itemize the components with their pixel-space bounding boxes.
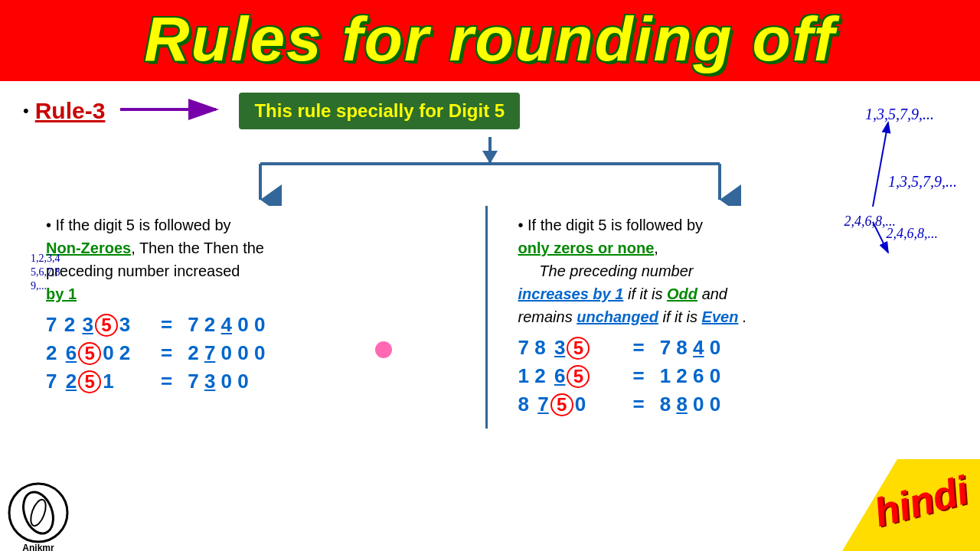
right-highlight4: unchanged	[577, 308, 658, 325]
math-example-2-right: 1 2 6 5 = 1 2 6 0	[518, 364, 942, 388]
two-columns: 1,2,3,45,6,7,89,... • If the digit 5 is …	[23, 206, 957, 429]
digit-red-circle-2: 5	[78, 342, 101, 365]
arrow-right-icon	[120, 98, 227, 124]
math-num-1-right: 7 8 3 5	[518, 336, 618, 360]
digit-red-circle-r2: 5	[567, 365, 590, 388]
math-example-2-left: 2 6 5 0 2 = 2 7 0 0 0	[46, 341, 470, 365]
left-line3: Then the	[200, 240, 264, 256]
main-content: • Rule-3 This rule specially for Digit 5…	[0, 81, 980, 436]
math-num-3-left: 7 2 5 1	[46, 370, 145, 393]
left-rule-text: • If the digit 5 is followed by Non-Zero…	[46, 214, 470, 305]
math-num-1-left: 7 2 3 5 3	[46, 313, 145, 337]
hindi-label: hindi	[869, 467, 972, 536]
right-highlight3: Odd	[667, 285, 697, 302]
math-example-3-right: 8 7 5 0 = 8 8 0 0	[518, 393, 942, 416]
digit-red-circle-1: 5	[95, 314, 118, 337]
right-highlight1: only zeros or none	[518, 240, 655, 256]
right-highlight5: Even	[702, 308, 739, 325]
hindi-badge: hindi	[842, 459, 980, 551]
left-line4: preceding number increased	[46, 262, 240, 279]
bullet: •	[23, 101, 29, 121]
left-line2: , Then the	[131, 240, 200, 256]
title-bar: Rules for rounding off	[0, 0, 980, 81]
left-bullet: •	[46, 217, 56, 233]
odd-note: 1,3,5,7,9,...	[888, 173, 957, 191]
svg-marker-9	[482, 151, 498, 164]
right-bullet: •	[518, 217, 528, 233]
right-highlight2: increases by 1	[518, 285, 624, 302]
cursor-dot	[375, 341, 392, 358]
col-left: 1,2,3,45,6,7,89,... • If the digit 5 is …	[23, 206, 488, 429]
rule-box-text: This rule specially for Digit 5	[254, 100, 505, 121]
left-annotation: 1,2,3,45,6,7,89,...	[31, 252, 60, 294]
logo-text: Anjkmr	[8, 543, 69, 551]
rule-label: Rule-3	[35, 98, 106, 124]
odd-sequence-note: 1,3,5,7,9,...	[865, 106, 934, 123]
svg-point-11	[18, 488, 59, 538]
digit-red-circle-r3: 5	[550, 393, 573, 416]
digit-red-circle-r1: 5	[567, 337, 590, 360]
math-example-1-left: 7 2 3 5 3 = 7 2 4 0 0	[46, 313, 470, 337]
math-num-2-left: 2 6 5 0 2	[46, 341, 145, 365]
math-num-2-right: 1 2 6 5	[518, 364, 618, 388]
math-example-1-right: 7 8 3 5 = 7 8 4 0	[518, 336, 942, 360]
right-line1: If the digit 5 is followed by	[528, 217, 703, 233]
math-example-3-left: 7 2 5 1 = 7 3 0 0	[46, 370, 470, 393]
rule-row: • Rule-3 This rule specially for Digit 5	[23, 93, 957, 129]
even-sequence-note: 2,4,6,8,...	[887, 226, 939, 242]
rule-box: This rule specially for Digit 5	[239, 93, 520, 129]
digit-red-circle-3: 5	[78, 370, 101, 393]
branch-diagram	[23, 137, 957, 206]
page-title: Rules for rounding off	[144, 4, 835, 73]
left-line1: If the digit 5 is followed by	[56, 217, 231, 233]
right-italic: The preceding number	[518, 262, 694, 279]
svg-point-12	[28, 497, 48, 527]
logo: Anjkmr	[8, 482, 69, 543]
right-rule-text: • If the digit 5 is followed by only zer…	[518, 214, 942, 328]
math-num-3-right: 8 7 5 0	[518, 393, 618, 416]
